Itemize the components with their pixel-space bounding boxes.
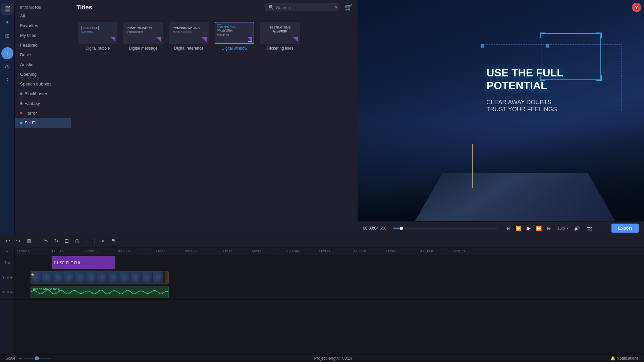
scale-thumb[interactable] xyxy=(35,356,39,360)
prev-frame-button[interactable]: ⏪ xyxy=(514,225,523,232)
timeline-area: + T ⊞ 👁 ⊕ ⊗ 👁 ⊕ ⊗ xyxy=(0,247,644,354)
sidebar-item-blockbuster[interactable]: Blockbuster xyxy=(15,89,71,99)
title-track-row: T USE THE FUL xyxy=(15,255,644,270)
frame-corner-tl xyxy=(540,33,545,38)
align-button[interactable]: ≡ xyxy=(84,237,90,245)
selection-box xyxy=(481,44,622,111)
audio-track-row: Action Movie.mp4 xyxy=(15,285,644,300)
sidebar-item-sci-fi[interactable]: Sci-Fi xyxy=(15,118,71,128)
help-button[interactable]: ? xyxy=(632,3,641,12)
project-length-value: 00:29 xyxy=(342,356,353,361)
ruler-time-10: 00:00:50 xyxy=(353,249,366,253)
ruler-time-11: 00:00:55 xyxy=(386,249,399,253)
playhead-line xyxy=(52,255,52,284)
redo-button[interactable]: ↪ xyxy=(14,237,22,245)
audio-clip[interactable]: Action Movie.mp4 xyxy=(31,286,169,298)
title-track-link-icon: ⊞ xyxy=(7,261,10,264)
sidebar-effects-icon[interactable]: ✦ xyxy=(1,16,13,28)
speed-button[interactable]: ⊳ xyxy=(99,237,106,245)
cart-icon[interactable]: 🛒 xyxy=(345,4,352,11)
audio-waveform: Action Movie.mp4 xyxy=(31,286,169,298)
sidebar-item-horror[interactable]: Horror xyxy=(15,108,71,118)
title-card-flickering-lines[interactable]: TESTING TIME MACHINE PART ONE Flickering… xyxy=(260,22,300,51)
film-frame-6 xyxy=(86,272,97,283)
search-clear-icon[interactable]: ✕ xyxy=(334,5,338,10)
time-display: 00:00:04 550 xyxy=(363,226,386,231)
sidebar-item-intro-videos[interactable]: Intro videos xyxy=(15,3,71,11)
card-name-flickering-lines: Flickering lines xyxy=(260,46,300,51)
scale-plus-icon[interactable]: + xyxy=(54,356,56,361)
volume-button[interactable]: 🔊 xyxy=(573,225,581,232)
play-button[interactable]: ▶ xyxy=(525,224,532,232)
title-track-content: T USE THE FUL xyxy=(15,255,644,270)
title-card-digital-reference[interactable]: TOMORROWLAND MUSIC FESTIVAL Digital refe… xyxy=(169,22,209,51)
sidebar-item-fantasy[interactable]: Fantasy xyxy=(15,99,71,108)
sidebar-separator xyxy=(2,44,12,45)
title-track-icons: T ⊞ xyxy=(0,255,14,270)
search-input[interactable] xyxy=(276,5,332,10)
next-frame-button[interactable]: ⏩ xyxy=(535,225,543,232)
rotate-button[interactable]: ↻ xyxy=(52,237,60,245)
panel-title: Titles xyxy=(76,4,92,11)
sidebar-item-favorites[interactable]: Favorites xyxy=(15,21,71,31)
title-card-digital-message[interactable]: DAVID TRAVOLTA PRODUCER Digital message xyxy=(123,22,163,51)
filmstrip-frames xyxy=(31,272,164,283)
project-length-label: Project length: xyxy=(314,356,340,361)
scale-minus-icon[interactable]: − xyxy=(19,356,21,361)
ruler-time-13: 00:01:05 xyxy=(453,249,467,253)
cut-button[interactable]: ✂ xyxy=(42,237,50,245)
title-card-digital-bubble[interactable]: OBJECT.G1 SUB TITLE Digital bubble xyxy=(78,22,117,51)
sidebar-item-speech-bubbles[interactable]: Speech bubbles xyxy=(15,79,71,89)
notifications-area[interactable]: 🔔 Notifications xyxy=(610,356,639,361)
progress-bar[interactable] xyxy=(393,228,497,229)
sidebar-item-my-titles[interactable]: My titles xyxy=(15,31,71,40)
video-track-eye-icon[interactable]: 👁 xyxy=(2,276,5,280)
toolbar-separator-1 xyxy=(38,238,38,244)
aspect-ratio-label: 16:9 xyxy=(557,226,565,231)
ruler-time-4: 00:00:20 xyxy=(152,249,165,253)
main-row: 🎬 ✦ ⊞ T ◷ ⋮ Intro videos All Favorites M… xyxy=(0,0,644,235)
bottom-area: ↩ ↪ 🗑 ✂ ↻ ⊡ ◷ ≡ ⊳ ⚑ + T ⊞ xyxy=(0,235,644,362)
ruler-time-6: 00:00:30 xyxy=(219,249,232,253)
sidebar-item-basic[interactable]: Basic xyxy=(15,50,71,60)
audio-track-eye-icon[interactable]: 👁 xyxy=(2,290,5,294)
badge-digital-bubble xyxy=(111,37,115,42)
card-name-digital-bubble: Digital bubble xyxy=(78,46,117,51)
sidebar-templates-icon[interactable]: ⊞ xyxy=(1,29,13,42)
duration-button[interactable]: ◷ xyxy=(73,237,81,245)
scale-controls: Scale: − + xyxy=(5,356,56,361)
sidebar-item-opening[interactable]: Opening xyxy=(15,69,71,79)
blockbuster-dot xyxy=(20,93,22,95)
export-button[interactable]: Export xyxy=(611,224,639,233)
delete-button[interactable]: 🗑 xyxy=(25,237,34,245)
skip-back-button[interactable]: ⏮ xyxy=(504,225,512,232)
sidebar-item-featured[interactable]: Featured xyxy=(15,40,71,50)
title-clip[interactable]: T USE THE FUL xyxy=(52,256,115,269)
sidebar-item-all[interactable]: All xyxy=(15,11,71,21)
scale-slider[interactable] xyxy=(24,358,51,359)
flag-button[interactable]: ⚑ xyxy=(109,237,117,245)
ruler-spacer: + xyxy=(0,247,14,255)
undo-button[interactable]: ↩ xyxy=(4,237,12,245)
audio-clip-label: Action Movie.mp4 xyxy=(33,287,59,291)
card-name-digital-message: Digital message xyxy=(123,46,163,51)
skip-fwd-button[interactable]: ⏭ xyxy=(546,225,553,232)
aspect-ratio-selector[interactable]: 16:9 ▾ xyxy=(557,226,568,231)
screenshot-button[interactable]: 📷 xyxy=(585,225,593,232)
sidebar-clock-icon[interactable]: ◷ xyxy=(1,61,13,73)
scale-label: Scale: xyxy=(5,356,16,361)
progress-thumb xyxy=(400,227,403,230)
sidebar-item-artistic[interactable]: Artistic xyxy=(15,60,71,69)
sidebar-apps-icon[interactable]: ⋮ xyxy=(1,74,13,86)
content-header: Titles 🔍 ✕ 🛒 xyxy=(71,0,358,15)
video-clip[interactable] xyxy=(31,271,169,284)
sidebar-media-icon[interactable]: 🎬 xyxy=(1,3,13,15)
playback-controls: ⏮ ⏪ ▶ ⏩ ⏭ xyxy=(504,224,553,232)
add-clip-icon[interactable]: + xyxy=(6,249,8,253)
sidebar-avatar-icon[interactable]: T xyxy=(1,47,13,59)
more-options-button[interactable]: ⋮ xyxy=(597,225,605,232)
timeline-ruler[interactable]: 00:00:00 00:00:05 00:00:10 00:00:15 00:0… xyxy=(15,247,644,255)
crop-button[interactable]: ⊡ xyxy=(63,237,70,245)
icon-sidebar: 🎬 ✦ ⊞ T ◷ ⋮ xyxy=(0,0,15,235)
title-card-digital-window[interactable]: USE THE FULL POTENTIAL TRUST YOUR FEELIN… xyxy=(215,22,254,51)
